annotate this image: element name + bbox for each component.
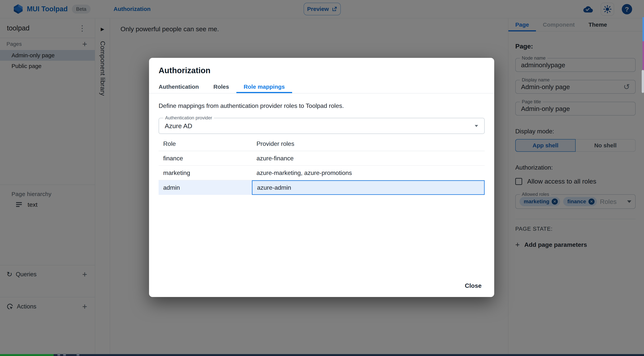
table-header-row: Role Provider roles xyxy=(158,136,485,151)
scrollbar-mark-blue xyxy=(642,17,644,41)
dialog-description: Define mappings from authentication prov… xyxy=(158,102,485,110)
tab-roles[interactable]: Roles xyxy=(206,80,236,93)
authorization-dialog: Authorization Authentication Roles Role … xyxy=(149,58,494,297)
table-row[interactable]: marketing azure-marketing, azure-promoti… xyxy=(158,166,485,180)
tab-role-mappings[interactable]: Role mappings xyxy=(236,80,292,93)
table-row[interactable]: finance azure-finance xyxy=(158,151,485,166)
table-row-selected[interactable]: admin azure-admin xyxy=(158,180,485,195)
provider-roles-edit-cell[interactable]: azure-admin xyxy=(252,180,485,195)
dialog-tabs: Authentication Roles Role mappings xyxy=(158,80,485,93)
taskbar-tick xyxy=(63,354,66,356)
taskbar-tick xyxy=(76,354,79,356)
column-header-provider-roles: Provider roles xyxy=(252,136,485,151)
role-mappings-table: Role Provider roles finance azure-financ… xyxy=(158,136,485,195)
chevron-down-icon xyxy=(475,125,478,127)
scrollbar-mark-purple xyxy=(642,41,644,70)
taskbar-tick xyxy=(58,354,60,356)
column-header-role: Role xyxy=(158,136,252,151)
taskbar-green-segment xyxy=(0,354,54,356)
tab-authentication[interactable]: Authentication xyxy=(158,80,206,93)
close-button[interactable]: Close xyxy=(461,279,486,292)
scrollbar-thumb[interactable] xyxy=(642,70,644,93)
dialog-title: Authorization xyxy=(158,66,485,75)
authentication-provider-select[interactable]: Authentication provider Azure AD xyxy=(158,118,485,134)
divider xyxy=(149,93,494,94)
taskbar xyxy=(0,354,644,356)
